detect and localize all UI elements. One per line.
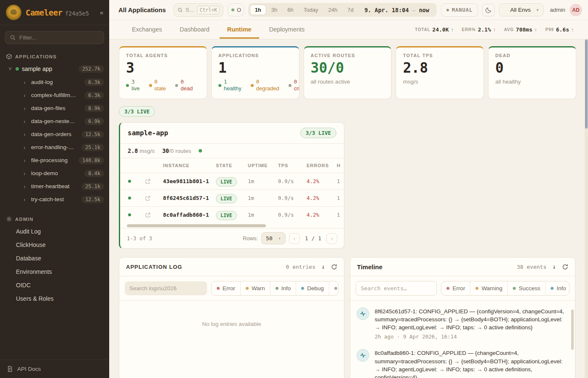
kpi-value: 2.1%	[478, 26, 491, 33]
dark-mode-toggle[interactable]	[482, 4, 495, 16]
sidebar-item-data-gen-files[interactable]: › data-gen-files 8.9k	[0, 102, 109, 115]
event-list: 8f6245c61d57-1: CONFIG_APPLIED — {config…	[350, 301, 575, 378]
sidebar-item-audit-log[interactable]: › audit-log 6.3k	[0, 76, 109, 89]
trace-dot	[334, 287, 337, 290]
page-scrollbar[interactable]	[585, 39, 588, 378]
warn-dot	[246, 287, 249, 290]
filter-chip-debug[interactable]: Debug	[296, 281, 329, 295]
sidebar-item-complex-fulfillm[interactable]: › complex-fulfillm… 6.3k	[0, 89, 109, 102]
scrollbar-thumb[interactable]	[585, 39, 588, 129]
table-footer: 1-3 of 3 Rows: 50 ▾ ‹ 1 / 1 ›	[120, 228, 344, 248]
scroll-to-bottom-icon[interactable]: ↓	[552, 263, 556, 270]
filter-chip-error[interactable]: Error	[441, 281, 470, 295]
time-range-7d[interactable]: 7d	[342, 5, 358, 15]
timeline-event[interactable]: 8f6245c61d57-1: CONFIG_APPLIED — {config…	[350, 302, 575, 344]
tab-dashboard[interactable]: Dashboard	[172, 21, 217, 39]
count-badge: 25.1k	[81, 183, 104, 190]
external-link-icon[interactable]	[145, 178, 151, 184]
filter-chip-warning[interactable]: Warning	[470, 281, 507, 295]
trend-up-icon: ↑	[451, 27, 453, 33]
sidebar-item-data-gen-nested[interactable]: › data-gen-neste… 6.9k	[0, 115, 109, 128]
time-range-value[interactable]: 9. Apr. 18:04 – now	[359, 7, 435, 13]
chevron-right-icon: ›	[24, 105, 28, 112]
next-page-button[interactable]: ›	[326, 233, 337, 244]
refresh-mode-button[interactable]: MANUAL	[441, 3, 478, 17]
api-docs-link[interactable]: API Docs	[0, 360, 109, 378]
tab-deployments[interactable]: Deployments	[262, 21, 312, 39]
time-range-today[interactable]: Today	[299, 5, 323, 15]
filter-chip-success[interactable]: Success	[507, 281, 545, 295]
chevron-right-icon: ›	[24, 196, 28, 203]
chevron-right-icon: ›	[24, 183, 28, 190]
package-icon	[6, 53, 12, 60]
time-range-24h[interactable]: 24h	[323, 5, 342, 15]
sidebar-filter[interactable]	[5, 31, 104, 44]
event-search-input[interactable]	[356, 281, 437, 296]
avatar[interactable]: AD	[570, 4, 582, 16]
prev-page-button[interactable]: ‹	[289, 233, 300, 244]
timeline-event[interactable]: 8c0affadb860-1: CONFIG_APPLIED — {change…	[350, 344, 575, 378]
sidebar-item-try-catch-test[interactable]: › try-catch-test 12.5k	[0, 193, 109, 206]
events-count: 38 events	[517, 264, 546, 270]
sidebar-item-sample-app[interactable]: ˅ sample app 252.7k	[0, 62, 109, 76]
rows-per-page-select[interactable]: 50 ▾	[261, 232, 286, 244]
filter-chip-warn[interactable]: Warn	[240, 281, 270, 295]
chevron-right-icon: ›	[24, 79, 28, 86]
filter-chip-info[interactable]: Info	[545, 281, 570, 295]
count-badge: 6.9k	[84, 118, 104, 125]
stat-card-label: APPLICATIONS	[218, 53, 292, 58]
time-range-1h[interactable]: 1h	[250, 5, 266, 15]
time-range-3h[interactable]: 3h	[266, 5, 282, 15]
status-dot-green	[199, 149, 202, 152]
table-row-instance-1[interactable]: 43ee9811b801-1 LIVE 1m 0.9/s 4.2% 1	[120, 173, 344, 189]
log-search-input[interactable]	[125, 281, 207, 295]
refresh-icon[interactable]	[331, 264, 337, 270]
filter-chip-error[interactable]: Error	[212, 281, 240, 295]
info-dot	[276, 287, 278, 290]
sidebar-filter-input[interactable]	[19, 34, 100, 41]
sidebar-item-oidc[interactable]: OIDC	[0, 278, 109, 292]
status-dot-orange	[149, 84, 152, 87]
global-search[interactable]: S… Ctrl+K	[173, 3, 223, 17]
tab-runtime[interactable]: Runtime	[220, 21, 259, 39]
filter-chip-info[interactable]: Info	[270, 281, 296, 295]
trend-up-icon: ↑	[571, 27, 574, 33]
vertical-scrollbar-thumb[interactable]	[571, 310, 574, 350]
sidebar-item-timer-heartbeat[interactable]: › timer-heartbeat 25.1k	[0, 180, 109, 193]
refresh-icon[interactable]	[562, 264, 568, 270]
h-value: 1	[337, 195, 344, 201]
online-status-pill[interactable]: O	[228, 3, 244, 16]
count-badge: 8.9k	[84, 105, 104, 112]
count-badge: 6.3k	[84, 79, 104, 86]
sidebar-item-file-processing[interactable]: › file-processing 140.8k	[0, 154, 109, 167]
tab-exchanges[interactable]: Exchanges	[124, 21, 170, 39]
stat-card-subtext: all healthy	[495, 79, 569, 85]
scrollbar-thumb[interactable]	[127, 224, 266, 227]
filter-chip-trace[interactable]: Trace	[329, 281, 339, 295]
external-link-icon[interactable]	[145, 212, 151, 218]
application-log-panel: APPLICATION LOG 0 entries ↓ Error Warn I…	[119, 257, 344, 378]
instance-id[interactable]: 8f6245c61d57-1	[157, 195, 216, 201]
time-range-6h[interactable]: 6h	[282, 5, 298, 15]
sidebar-item-clickhouse[interactable]: ClickHouse	[0, 238, 109, 252]
sidebar-item-database[interactable]: Database	[0, 252, 109, 265]
live-summary-badge: 3/3 LIVE	[119, 106, 155, 117]
horizontal-scrollbar[interactable]	[127, 224, 337, 227]
sidebar-item-audit-log-admin[interactable]: Audit Log	[0, 225, 109, 238]
scroll-to-bottom-icon[interactable]: ↓	[321, 263, 325, 270]
sidebar-item-data-gen-orders[interactable]: › data-gen-orders 12.5k	[0, 128, 109, 141]
instance-id[interactable]: 8c0affadb860-1	[157, 212, 216, 218]
sidebar-item-error-handling[interactable]: › error-handling-… 25.1k	[0, 141, 109, 154]
sidebar-item-loop-demo[interactable]: › loop-demo 8.4k	[0, 167, 109, 180]
tree-item-label: loop-demo	[31, 170, 58, 176]
stat-card-label: DEAD	[495, 53, 569, 58]
external-link-icon[interactable]	[145, 195, 151, 201]
sidebar-item-environments[interactable]: Environments	[0, 265, 109, 278]
sidebar-item-users-roles[interactable]: Users & Roles	[0, 292, 109, 305]
instance-id[interactable]: 43ee9811b801-1	[157, 178, 216, 184]
table-row-instance-2[interactable]: 8f6245c61d57-1 LIVE 1m 0.9/s 4.2% 1	[120, 189, 344, 206]
table-row-instance-3[interactable]: 8c0affadb860-1 LIVE 1m 0.9/s 4.2% 1	[120, 206, 344, 223]
sidebar-collapse-icon[interactable]: «	[100, 9, 103, 16]
environment-select[interactable]: All Envs ▾	[499, 3, 544, 16]
runtime-content: TOTAL AGENTS 3 3live 0stale 0dead APPLIC…	[109, 39, 588, 378]
